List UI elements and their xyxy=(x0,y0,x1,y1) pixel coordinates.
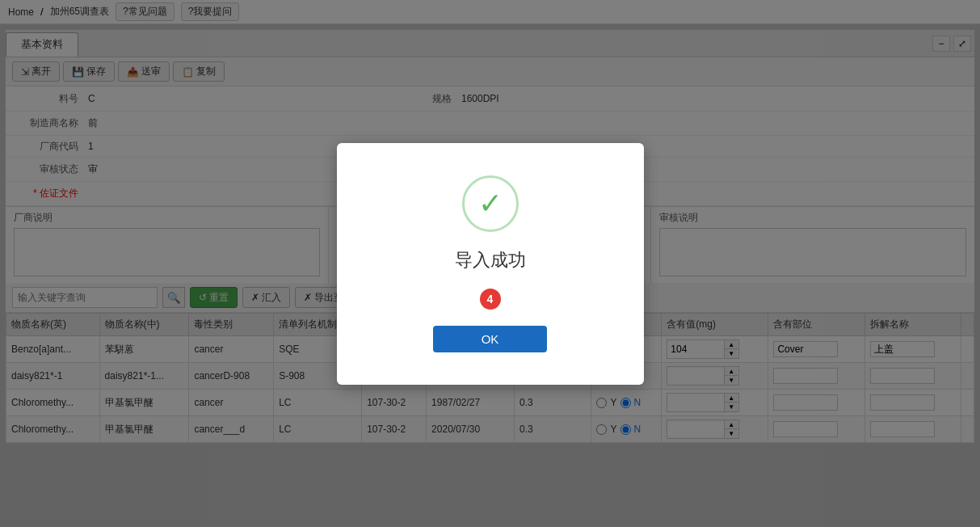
modal-badge: 4 xyxy=(480,289,501,310)
success-icon-circle: ✓ xyxy=(462,175,519,232)
modal-overlay: ✓ 导入成功 4 OK xyxy=(0,0,980,527)
modal-title: 导入成功 xyxy=(455,248,526,272)
checkmark-icon: ✓ xyxy=(478,187,503,221)
modal-box: ✓ 导入成功 4 OK xyxy=(337,143,644,385)
modal-ok-button[interactable]: OK xyxy=(433,326,548,352)
